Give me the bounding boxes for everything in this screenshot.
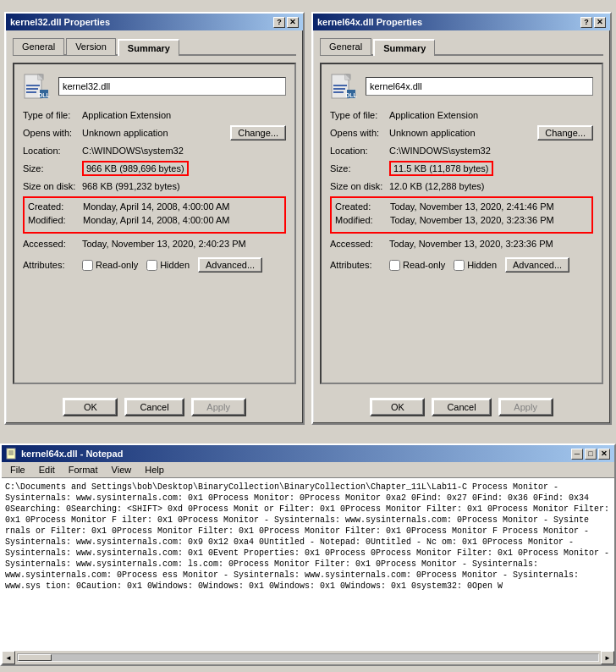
titlebar-buttons: ? ✕ bbox=[273, 17, 299, 28]
scrollbar-track[interactable] bbox=[17, 653, 599, 662]
notepad-content[interactable]: C:\Documents and Settings\bob\Desktop\Bi… bbox=[2, 478, 614, 664]
left-readonly-label[interactable]: Read-only bbox=[82, 260, 138, 271]
right-filename: kernel64x.dll bbox=[366, 77, 593, 96]
left-created-row: Created: Monday, April 14, 2008, 4:00:00… bbox=[28, 201, 281, 212]
right-hidden-label[interactable]: Hidden bbox=[454, 260, 497, 271]
left-size-label: Size: bbox=[23, 163, 82, 174]
left-created-value: Monday, April 14, 2008, 4:00:00 AM bbox=[83, 201, 229, 212]
notepad-minimize-button[interactable]: ─ bbox=[571, 449, 583, 460]
left-modified-value: Monday, April 14, 2008, 4:00:00 AM bbox=[83, 215, 229, 225]
right-cancel-button[interactable]: Cancel bbox=[432, 398, 491, 416]
right-attributes-label: Attributes: bbox=[330, 260, 389, 270]
scrollbar-thumb[interactable] bbox=[18, 654, 52, 661]
left-accessed-value: Today, November 13, 2020, 2:40:23 PM bbox=[82, 239, 286, 249]
left-opens-label: Opens with: bbox=[23, 128, 82, 138]
close-button[interactable]: ✕ bbox=[287, 17, 299, 28]
right-readonly-label[interactable]: Read-only bbox=[389, 260, 445, 271]
left-sizeondisk-label: Size on disk: bbox=[23, 181, 82, 191]
right-sizeondisk-value: 12.0 KB (12,288 bytes) bbox=[389, 181, 593, 191]
right-readonly-checkbox[interactable] bbox=[389, 260, 400, 271]
left-opens-row: Opens with: Unknown application Change..… bbox=[23, 125, 286, 140]
left-content-panel: DLL kernel32.dll Type of file: Applicati… bbox=[13, 63, 296, 384]
scrollbar-left-button[interactable]: ◄ bbox=[2, 651, 15, 664]
right-titlebar-buttons: ? ✕ bbox=[580, 17, 606, 28]
right-modified-value: Today, November 13, 2020, 3:23:36 PM bbox=[390, 215, 554, 225]
right-type-label: Type of file: bbox=[330, 110, 389, 120]
left-hidden-label[interactable]: Hidden bbox=[146, 260, 190, 271]
right-dialog-buttons: OK Cancel Apply bbox=[313, 391, 610, 423]
svg-rect-13 bbox=[333, 91, 344, 93]
left-ok-button[interactable]: OK bbox=[63, 398, 118, 416]
notepad-close-button[interactable]: ✕ bbox=[598, 449, 610, 460]
svg-text:DLL: DLL bbox=[345, 92, 357, 98]
left-type-value: Application Extension bbox=[82, 110, 286, 120]
left-tabs: General Version Summary bbox=[13, 37, 296, 56]
svg-rect-11 bbox=[333, 85, 347, 86]
help-button[interactable]: ? bbox=[273, 17, 285, 28]
left-attributes-label: Attributes: bbox=[23, 260, 82, 270]
left-cancel-button[interactable]: Cancel bbox=[124, 398, 184, 416]
notepad-title-area: kernel64x.dll - Notepad bbox=[6, 448, 123, 460]
tab-version-left[interactable]: Version bbox=[66, 38, 116, 55]
notepad-menu-edit[interactable]: Edit bbox=[34, 464, 60, 476]
right-opens-value: Unknown application bbox=[389, 128, 534, 138]
right-size-value: 11.5 KB (11,878 bytes) bbox=[389, 161, 493, 176]
right-dialog-titlebar: kernel64x.dll Properties ? ✕ bbox=[313, 14, 610, 30]
right-ok-button[interactable]: OK bbox=[370, 398, 425, 416]
tab-general-left[interactable]: General bbox=[13, 38, 64, 55]
tab-general-right[interactable]: General bbox=[320, 38, 371, 55]
notepad-menu-file[interactable]: File bbox=[5, 464, 30, 476]
right-advanced-button[interactable]: Advanced... bbox=[505, 257, 569, 273]
right-type-value: Application Extension bbox=[389, 110, 593, 120]
right-created-label: Created: bbox=[335, 201, 390, 212]
notepad-menu-format[interactable]: Format bbox=[63, 464, 103, 476]
svg-rect-16 bbox=[7, 449, 15, 459]
notepad-window: kernel64x.dll - Notepad ─ □ ✕ File Edit … bbox=[0, 443, 616, 666]
svg-rect-4 bbox=[26, 88, 38, 90]
left-file-icon: DLL bbox=[23, 73, 50, 100]
left-dialog-title: kernel32.dll Properties bbox=[10, 17, 110, 27]
right-hidden-checkbox[interactable] bbox=[454, 260, 465, 271]
right-location-label: Location: bbox=[330, 146, 389, 156]
right-opens-label: Opens with: bbox=[330, 128, 389, 138]
left-change-button[interactable]: Change... bbox=[230, 125, 286, 140]
notepad-menu-view[interactable]: View bbox=[107, 464, 137, 476]
svg-rect-5 bbox=[26, 91, 36, 93]
svg-rect-3 bbox=[26, 85, 40, 86]
right-tabs: General Summary bbox=[320, 37, 603, 56]
left-dialog-titlebar: kernel32.dll Properties ? ✕ bbox=[6, 14, 303, 30]
left-location-row: Location: C:\WINDOWS\system32 bbox=[23, 146, 286, 156]
left-dialog: kernel32.dll Properties ? ✕ General Vers… bbox=[4, 12, 305, 425]
left-readonly-checkbox[interactable] bbox=[82, 260, 93, 271]
right-modified-row: Modified: Today, November 13, 2020, 3:23… bbox=[335, 215, 588, 225]
notepad-titlebar: kernel64x.dll - Notepad ─ □ ✕ bbox=[2, 445, 614, 462]
left-advanced-button[interactable]: Advanced... bbox=[198, 257, 262, 273]
right-opens-row: Opens with: Unknown application Change..… bbox=[330, 125, 593, 140]
left-attributes-row: Attributes: Read-only Hidden Advanced... bbox=[23, 257, 286, 273]
right-close-button[interactable]: ✕ bbox=[594, 17, 606, 28]
right-change-button[interactable]: Change... bbox=[537, 125, 593, 140]
left-type-row: Type of file: Application Extension bbox=[23, 110, 286, 120]
right-attributes-row: Attributes: Read-only Hidden Advanced... bbox=[330, 257, 593, 273]
right-accessed-label: Accessed: bbox=[330, 239, 389, 249]
notepad-maximize-button[interactable]: □ bbox=[585, 449, 597, 460]
notepad-titlebar-buttons: ─ □ ✕ bbox=[571, 449, 610, 460]
left-filename: kernel32.dll bbox=[58, 77, 286, 96]
right-help-button[interactable]: ? bbox=[580, 17, 592, 28]
left-opens-value: Unknown application bbox=[82, 128, 227, 138]
right-dialog: kernel64x.dll Properties ? ✕ General Sum… bbox=[311, 12, 612, 425]
scrollbar-right-button[interactable]: ► bbox=[601, 651, 614, 664]
right-dates-box: Created: Today, November 13, 2020, 2:41:… bbox=[330, 196, 593, 234]
right-modified-label: Modified: bbox=[335, 215, 390, 225]
right-accessed-row: Accessed: Today, November 13, 2020, 3:23… bbox=[330, 239, 593, 249]
tab-summary-right[interactable]: Summary bbox=[373, 39, 435, 56]
left-sizeondisk-row: Size on disk: 968 KB (991,232 bytes) bbox=[23, 181, 286, 191]
left-created-label: Created: bbox=[28, 201, 83, 212]
left-apply-button[interactable]: Apply bbox=[191, 398, 246, 416]
left-hidden-checkbox[interactable] bbox=[146, 260, 157, 271]
notepad-menubar: File Edit Format View Help bbox=[2, 462, 614, 478]
right-apply-button[interactable]: Apply bbox=[498, 398, 553, 416]
notepad-menu-help[interactable]: Help bbox=[140, 464, 169, 476]
tab-summary-left[interactable]: Summary bbox=[118, 39, 179, 56]
right-file-icon: DLL bbox=[330, 73, 357, 100]
